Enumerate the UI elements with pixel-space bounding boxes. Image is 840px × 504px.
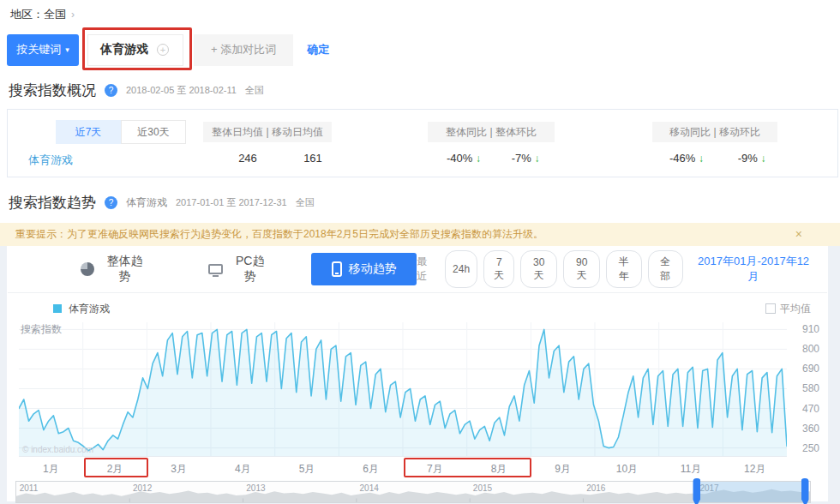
add-tag-icon[interactable]: + [157,44,169,56]
y-tick-800: 800 [802,343,819,355]
navigator-selected-range[interactable] [697,482,806,502]
by-keyword-label: 按关键词 [16,42,61,57]
trend-title: 搜索指数趋势 [9,193,96,213]
add-compare-word-button[interactable]: + 添加对比词 [194,34,293,66]
overview-tabs: 近7天 近30天 [56,120,186,144]
overall-daily-avg-value: 246 [220,152,275,165]
trend-section-head: 搜索指数趋势 ? 体育游戏 2017-01-01 至 2017-12-31 全国 [9,193,840,213]
range-pill-半年[interactable]: 半年 [606,250,642,288]
column-header-mobile-ratio: 移动同比 | 移动环比 [652,122,777,142]
column-header-daily-avg: 整体日均值 | 移动日均值 [203,122,332,142]
by-keyword-dropdown-button[interactable]: 按关键词 ▾ [7,34,79,66]
y-tick-690: 690 [802,363,819,375]
mobile-yoy-value: -46% ↓ [659,152,714,165]
y-tick-580: 580 [802,382,819,394]
x-tick-2月: 2月 [83,457,147,478]
range-label: 最近 [417,255,437,284]
range-pill-30天[interactable]: 30天 [520,250,557,288]
overview-title: 搜索指数概况 [9,81,96,100]
custom-date-range-button[interactable]: 2017年01月-2017年12月 [693,254,814,285]
range-pill-7天[interactable]: 7天 [483,250,514,288]
chevron-right-icon: › [71,9,75,21]
x-tick-9月: 9月 [531,457,595,478]
range-controls: 最近 24h7天30天90天半年全部 2017年01月-2017年12月 [417,250,814,288]
legend-row: 体育游戏 平均值 [7,293,828,319]
notice-banner: 重要提示：为了更准确反映网民搜索行为趋势变化，百度指数于2018年2月5日完成对… [0,223,840,246]
x-tick-5月: 5月 [275,457,339,478]
x-tick-3月: 3月 [147,457,211,478]
down-arrow-icon: ↓ [760,153,765,165]
y-axis-title: 搜索指数 [21,322,62,337]
tab-mobile-trend[interactable]: 移动趋势 [311,253,417,285]
overview-section-head: 搜索指数概况 ? 2018-02-05 至 2018-02-11 全国 [9,81,840,100]
mobile-daily-avg-value: 161 [285,152,340,165]
x-tick-4月: 4月 [211,457,275,478]
x-tick-8月: 8月 [467,457,531,478]
x-tick-12月: 12月 [723,457,787,478]
overview-date-range: 2018-02-05 至 2018-02-11 [126,84,237,97]
down-arrow-icon: ↓ [699,153,704,165]
y-tick-910: 910 [802,323,819,335]
trend-line-svg [19,322,787,456]
keyword-bar: 按关键词 ▾ 体育游戏 + + 添加对比词 确定 [7,33,840,67]
trend-view-tabs: 整体趋势 PC趋势 移动趋势 最近 24h7天30天90天半年全部 2017年0… [7,246,828,292]
overall-yoy-value: -40% ↓ [436,152,491,165]
legend-label: 体育游戏 [69,302,110,316]
tab-last-7-days[interactable]: 近7天 [56,120,121,144]
tab-overall-trend[interactable]: 整体趋势 [81,254,148,285]
trend-wrapper: 整体趋势 PC趋势 移动趋势 最近 24h7天30天90天半年全部 2017年0… [0,246,840,504]
range-handle-left[interactable] [693,478,700,504]
trend-keyword: 体育游戏 [126,195,167,210]
overview-row-keyword-link[interactable]: 体育游戏 [28,153,73,168]
range-pill-row: 24h7天30天90天半年全部 [445,250,683,288]
tab-pc-trend[interactable]: PC趋势 [208,254,270,285]
range-handle-right[interactable] [801,478,809,504]
overview-panel: 近7天 近30天 整体日均值 | 移动日均值 整体同比 | 整体环比 移动同比 … [7,109,838,177]
notice-text: 重要提示：为了更准确反映网民搜索行为趋势变化，百度指数于2018年2月5日完成对… [15,227,543,242]
phone-icon [332,261,342,277]
trend-panel: 整体趋势 PC趋势 移动趋势 最近 24h7天30天90天半年全部 2017年0… [7,246,828,501]
x-tick-1月: 1月 [19,457,83,478]
navigator-year-2011: 2011 [20,483,39,493]
down-arrow-icon: ↓ [476,153,481,165]
y-tick-360: 360 [802,423,819,435]
navigator-year-2013: 2013 [246,483,265,493]
checkbox-icon[interactable] [765,303,776,314]
y-tick-470: 470 [802,403,819,415]
column-header-overall-ratio: 整体同比 | 整体环比 [428,122,555,142]
average-label: 平均值 [780,302,811,316]
close-icon[interactable]: × [795,227,802,241]
region-breadcrumb-label[interactable]: 地区：全国 [10,7,66,22]
pie-chart-icon [81,262,94,276]
confirm-button[interactable]: 确定 [307,42,329,57]
trend-chart: 搜索指数 910800690580470360250 © index.baidu… [7,319,828,456]
y-tick-250: 250 [802,442,819,454]
navigator-year-2012: 2012 [133,483,152,493]
watermark: © index.baidu.com [22,445,93,454]
navigator-year-2014: 2014 [360,483,379,493]
breadcrumb: 地区：全国 › [0,0,840,22]
x-tick-11月: 11月 [659,457,723,478]
help-icon[interactable]: ? [105,196,117,209]
chart-plot[interactable] [19,322,787,456]
tab-last-30-days[interactable]: 近30天 [121,120,186,144]
trend-region: 全国 [296,196,315,209]
range-pill-全部[interactable]: 全部 [648,250,684,288]
chevron-down-icon: ▾ [65,45,69,54]
trend-date-range: 2017-01-01 至 2017-12-31 [176,196,287,209]
range-pill-24h[interactable]: 24h [445,250,477,288]
average-toggle[interactable]: 平均值 [765,302,811,316]
keyword-input[interactable]: 体育游戏 + [87,34,183,66]
timeline-navigator[interactable]: 2011201220132014201520162017 [15,481,811,503]
keyword-value: 体育游戏 [100,42,148,57]
x-tick-10月: 10月 [595,457,659,478]
overall-mom-value: -7% ↓ [498,152,553,165]
down-arrow-icon: ↓ [534,153,539,165]
help-icon[interactable]: ? [105,84,117,97]
x-tick-7月: 7月 [403,457,467,478]
range-pill-90天[interactable]: 90天 [563,250,600,288]
legend-swatch[interactable] [53,304,62,313]
x-tick-6月: 6月 [339,457,403,478]
mobile-mom-value: -9% ↓ [724,152,779,165]
monitor-icon [208,264,223,274]
